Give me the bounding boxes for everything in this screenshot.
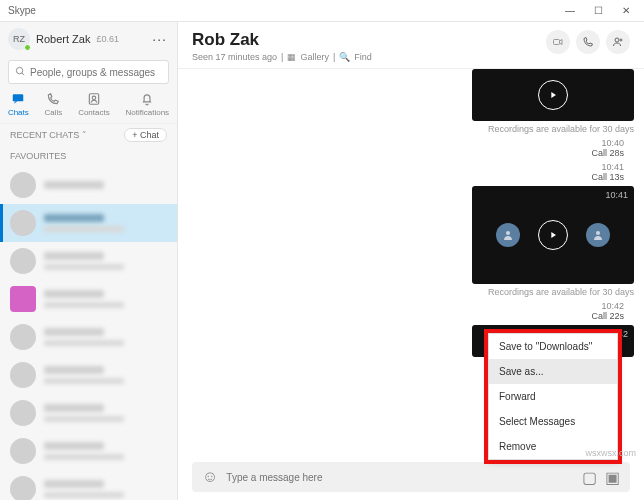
list-item[interactable] bbox=[0, 166, 177, 204]
list-item[interactable] bbox=[0, 356, 177, 394]
play-icon[interactable] bbox=[538, 220, 568, 250]
list-item[interactable] bbox=[0, 394, 177, 432]
svg-rect-5 bbox=[554, 40, 560, 45]
current-user-row[interactable]: RZ Robert Zak £0.61 ··· bbox=[0, 22, 177, 56]
message-composer[interactable]: ☺ ▢ ▣ bbox=[192, 462, 630, 492]
svg-rect-2 bbox=[13, 94, 24, 101]
list-item[interactable] bbox=[0, 432, 177, 470]
participant-avatar bbox=[586, 223, 610, 247]
user-name: Robert Zak bbox=[36, 33, 90, 45]
svg-point-8 bbox=[596, 231, 600, 235]
search-field[interactable] bbox=[30, 67, 162, 78]
title-bar: Skype — ☐ ✕ bbox=[0, 0, 644, 22]
list-item[interactable] bbox=[0, 318, 177, 356]
recording-caption: Recordings are available for 30 days bbox=[488, 124, 634, 134]
list-item[interactable] bbox=[0, 280, 177, 318]
audio-call-button[interactable] bbox=[576, 30, 600, 54]
menu-forward[interactable]: Forward bbox=[489, 384, 617, 409]
maximize-button[interactable]: ☐ bbox=[584, 0, 612, 22]
svg-point-6 bbox=[615, 38, 619, 42]
gallery-icon: ▦ bbox=[287, 52, 296, 62]
bell-icon bbox=[139, 92, 155, 106]
favourites-header: FAVOURITES bbox=[0, 146, 177, 166]
menu-save-downloads[interactable]: Save to "Downloads" bbox=[489, 334, 617, 359]
context-menu[interactable]: Save to "Downloads" Save as... Forward S… bbox=[488, 333, 618, 460]
menu-save-as[interactable]: Save as... bbox=[489, 359, 617, 384]
emoji-icon[interactable]: ☺ bbox=[202, 468, 218, 486]
list-item[interactable] bbox=[0, 204, 177, 242]
call-entry: 10:40 Call 28s bbox=[591, 138, 624, 158]
recording-card[interactable]: 10:41 bbox=[472, 186, 634, 284]
sidebar: RZ Robert Zak £0.61 ··· Chats Calls bbox=[0, 22, 178, 500]
minimize-button[interactable]: — bbox=[556, 0, 584, 22]
svg-point-7 bbox=[506, 231, 510, 235]
recording-caption: Recordings are available for 30 days bbox=[488, 287, 634, 297]
contact-list bbox=[0, 166, 177, 500]
user-avatar: RZ bbox=[8, 28, 30, 50]
watermark: wsxwsx.com bbox=[585, 448, 636, 458]
new-chat-button[interactable]: + Chat bbox=[124, 128, 167, 142]
tab-calls[interactable]: Calls bbox=[45, 92, 63, 117]
add-people-button[interactable] bbox=[606, 30, 630, 54]
gallery-link[interactable]: Gallery bbox=[300, 52, 329, 62]
list-item[interactable] bbox=[0, 242, 177, 280]
tab-chats[interactable]: Chats bbox=[8, 92, 29, 117]
list-item[interactable] bbox=[0, 470, 177, 500]
user-balance: £0.61 bbox=[96, 34, 119, 44]
time-badge: 10:41 bbox=[605, 190, 628, 200]
tab-contacts[interactable]: Contacts bbox=[78, 92, 110, 117]
svg-line-1 bbox=[22, 73, 24, 75]
close-button[interactable]: ✕ bbox=[612, 0, 640, 22]
find-link[interactable]: Find bbox=[354, 52, 372, 62]
nav-tabs: Chats Calls Contacts Notifications bbox=[0, 88, 177, 123]
attach-file-icon[interactable]: ▣ bbox=[605, 468, 620, 487]
chat-icon bbox=[10, 92, 26, 106]
more-icon[interactable]: ··· bbox=[152, 31, 169, 47]
call-entry: 10:41 Call 13s bbox=[591, 162, 624, 182]
chat-header: Rob Zak Seen 17 minutes ago| ▦ Gallery| … bbox=[178, 22, 644, 69]
contacts-icon bbox=[86, 92, 102, 106]
chat-panel: Rob Zak Seen 17 minutes ago| ▦ Gallery| … bbox=[178, 22, 644, 500]
recording-card[interactable] bbox=[472, 69, 634, 121]
search-icon bbox=[15, 63, 26, 81]
app-name: Skype bbox=[4, 5, 36, 16]
play-icon[interactable] bbox=[538, 80, 568, 110]
phone-icon bbox=[45, 92, 61, 106]
recent-chats-header: RECENT CHATS ˅ + Chat bbox=[0, 123, 177, 146]
message-input[interactable] bbox=[226, 472, 574, 483]
menu-select-messages[interactable]: Select Messages bbox=[489, 409, 617, 434]
call-entry: 10:42 Call 22s bbox=[591, 301, 624, 321]
search-input[interactable] bbox=[8, 60, 169, 84]
presence-dot bbox=[24, 44, 31, 51]
svg-point-4 bbox=[92, 96, 96, 100]
attach-contact-icon[interactable]: ▢ bbox=[582, 468, 597, 487]
find-icon: 🔍 bbox=[339, 52, 350, 62]
video-call-button[interactable] bbox=[546, 30, 570, 54]
tab-notifications[interactable]: Notifications bbox=[126, 92, 170, 117]
svg-point-0 bbox=[16, 67, 22, 73]
participant-avatar bbox=[496, 223, 520, 247]
